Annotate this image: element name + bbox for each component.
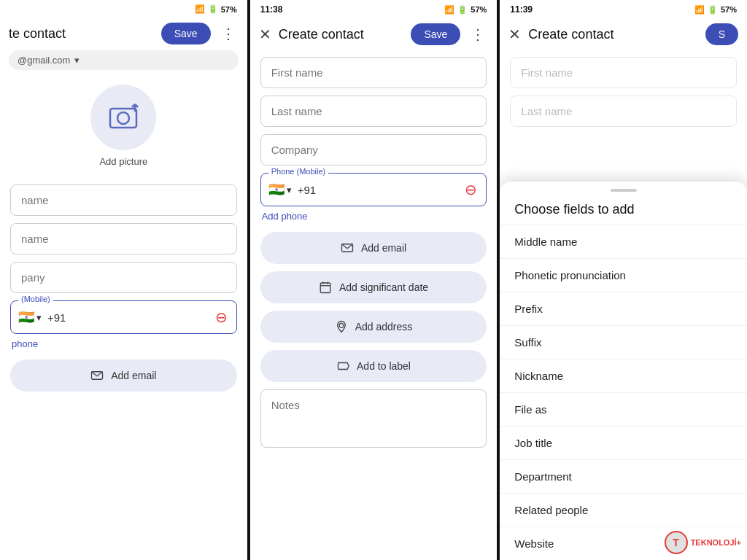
panel-2: 11:38 📶 🔋 57% ✕ Create contact Save ⋮ Ph… [250, 0, 498, 560]
country-flag-btn-1[interactable]: 🇮🇳 ▾ [18, 309, 42, 325]
phone-label-2: Phone (Mobile) [268, 167, 329, 176]
add-photo-icon [107, 101, 139, 133]
add-email-label-2: Add email [361, 242, 406, 254]
battery-icon: 🔋 [208, 4, 218, 14]
svg-point-11 [339, 324, 344, 328]
field-item-suffix[interactable]: Suffix [500, 325, 747, 359]
add-address-button[interactable]: Add address [260, 311, 487, 343]
signal-icon-2: 📶 [444, 5, 454, 15]
add-email-button-2[interactable]: Add email [260, 232, 487, 264]
add-phone-link-1[interactable]: phone [10, 338, 237, 349]
avatar-circle[interactable] [90, 85, 156, 150]
sheet-title: Choose fields to add [500, 202, 747, 225]
battery-percent: 57% [221, 5, 237, 14]
sheet-handle[interactable] [611, 189, 637, 192]
page-title-1: te contact [9, 26, 154, 42]
svg-rect-7 [320, 283, 330, 293]
status-bar-1: 📶 🔋 57% [0, 0, 247, 17]
flag-chevron-icon-2: ▾ [287, 184, 292, 195]
phone-field-wrap-2: Phone (Mobile) 🇮🇳 ▾ ⊖ [260, 173, 487, 206]
top-bar-2: ✕ Create contact Save ⋮ [250, 18, 498, 51]
country-flag-btn-2[interactable]: 🇮🇳 ▾ [268, 182, 292, 198]
top-bar-3: ✕ Create contact S [500, 18, 747, 51]
close-icon-2[interactable]: ✕ [259, 27, 271, 42]
first-name-input-2[interactable] [260, 57, 487, 88]
battery-percent-3: 57% [721, 5, 737, 14]
battery-icon-3: 🔋 [708, 5, 718, 15]
watermark: T TEKNOLOJİ+ [665, 531, 741, 554]
field-item-department[interactable]: Department [500, 459, 747, 493]
company-input-1[interactable] [10, 262, 237, 293]
status-bar-3: 11:39 📶 🔋 57% [500, 0, 747, 18]
panel-1: 📶 🔋 57% te contact Save ⋮ @gmail.com ▾ A… [0, 0, 247, 560]
chevron-down-icon: ▾ [74, 55, 80, 66]
field-item-nickname[interactable]: Nickname [500, 359, 747, 392]
last-name-input-2[interactable] [260, 96, 487, 127]
battery-percent-2: 57% [471, 5, 487, 14]
field-item-phonetic[interactable]: Phonetic pronunciation [500, 258, 747, 292]
add-email-button-1[interactable]: Add email [10, 359, 237, 392]
calendar-icon [319, 281, 332, 294]
add-email-label-1: Add email [111, 370, 156, 381]
add-picture-label: Add picture [99, 156, 147, 167]
time-3: 11:39 [510, 4, 533, 15]
india-flag-icon: 🇮🇳 [18, 309, 34, 325]
choose-fields-sheet: Choose fields to add Middle name Phoneti… [500, 182, 747, 560]
page-title-3: Create contact [528, 27, 697, 42]
close-icon-3[interactable]: ✕ [508, 27, 521, 42]
status-bar-2: 11:38 📶 🔋 57% [250, 0, 498, 18]
more-icon-1[interactable]: ⋮ [218, 25, 239, 42]
field-item-fileas[interactable]: File as [500, 392, 747, 426]
watermark-logo: T [665, 531, 688, 554]
save-button-1[interactable]: Save [161, 23, 211, 44]
field-item-jobtitle[interactable]: Job title [500, 426, 747, 459]
add-date-button[interactable]: Add significant date [260, 271, 487, 303]
svg-point-1 [117, 112, 129, 124]
field-item-prefix[interactable]: Prefix [500, 292, 747, 325]
field-item-related[interactable]: Related people [500, 493, 747, 526]
last-name-input-1[interactable] [10, 223, 237, 254]
last-name-input-3 [510, 96, 737, 127]
page-title-2: Create contact [279, 27, 404, 42]
time-2: 11:38 [260, 4, 283, 15]
phone-field-wrap-1: (Mobile) 🇮🇳 ▾ ⊖ [10, 300, 237, 334]
signal-icon: 📶 [195, 4, 205, 14]
first-name-input-1[interactable] [10, 184, 237, 216]
add-label-button[interactable]: Add to label [260, 350, 487, 382]
email-icon [90, 369, 104, 382]
status-icons-3: 📶 🔋 57% [694, 5, 737, 15]
remove-phone-icon-1[interactable]: ⊖ [214, 308, 229, 326]
add-address-label: Add address [355, 321, 413, 332]
watermark-text: TEKNOLOJİ+ [691, 538, 741, 547]
form-area-1: (Mobile) 🇮🇳 ▾ ⊖ phone Add email [0, 179, 247, 560]
first-name-input-3 [510, 57, 737, 88]
status-icons-1: 📶 🔋 57% [195, 4, 237, 14]
add-date-label: Add significant date [339, 281, 428, 293]
top-bar-1: te contact Save ⋮ [0, 17, 247, 50]
account-email: @gmail.com [18, 55, 70, 66]
india-flag-icon-2: 🇮🇳 [268, 182, 285, 198]
remove-phone-icon-2[interactable]: ⊖ [463, 181, 479, 198]
status-icons-2: 📶 🔋 57% [444, 5, 487, 15]
notes-input[interactable] [260, 389, 487, 448]
label-icon [336, 359, 349, 373]
form-area-2: Phone (Mobile) 🇮🇳 ▾ ⊖ Add phone Add emai… [250, 51, 498, 560]
add-phone-link-2[interactable]: Add phone [260, 211, 487, 222]
save-button-2[interactable]: Save [411, 23, 460, 45]
panel-3: 11:39 📶 🔋 57% ✕ Create contact S Choose … [500, 0, 747, 560]
phone-input-2[interactable] [298, 184, 458, 196]
account-bar[interactable]: @gmail.com ▾ [9, 50, 239, 70]
phone-input-1[interactable] [47, 311, 208, 324]
phone-label-1: (Mobile) [18, 295, 53, 303]
more-icon-2[interactable]: ⋮ [468, 26, 488, 43]
save-button-3[interactable]: S [705, 23, 738, 45]
add-label-label: Add to label [357, 360, 411, 372]
location-icon [335, 320, 348, 333]
field-item-middle-name[interactable]: Middle name [500, 225, 747, 258]
avatar-area[interactable]: Add picture [0, 76, 247, 179]
battery-icon-2: 🔋 [457, 5, 468, 15]
signal-icon-3: 📶 [694, 5, 705, 15]
email-icon-2 [341, 241, 354, 254]
flag-chevron-icon: ▾ [36, 312, 42, 323]
company-input-2[interactable] [260, 134, 487, 166]
